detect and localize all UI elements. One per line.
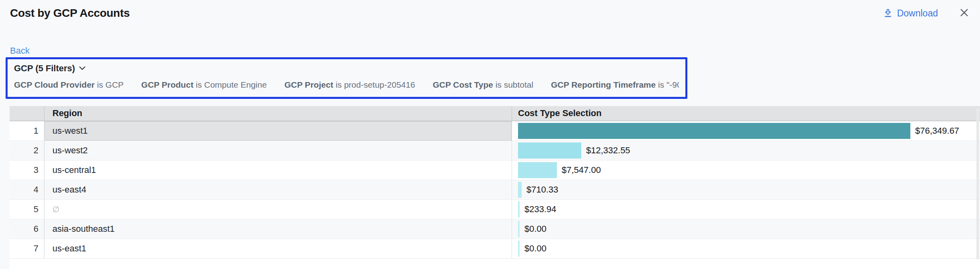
cost-type-selection-column-header: Cost Type Selection <box>512 106 980 120</box>
row-index: 7 <box>10 239 44 258</box>
cost-bar[interactable] <box>518 143 581 159</box>
cost-cell: $710.33 <box>512 180 980 199</box>
cost-cell: $233.94 <box>512 200 980 219</box>
cost-value: $710.33 <box>526 185 558 195</box>
region-cell[interactable]: us-east1 <box>44 239 512 258</box>
top-bar: Cost by GCP Accounts Download <box>0 0 980 22</box>
row-index: 3 <box>10 161 44 180</box>
filter-summary-toggle[interactable]: GCP (5 Filters) <box>14 63 86 74</box>
filter-chip[interactable]: GCP Cost Type is subtotal <box>433 80 533 90</box>
cost-bar[interactable] <box>518 162 557 178</box>
filter-panel: GCP (5 Filters) GCP Cloud Provider is GC… <box>6 57 687 99</box>
download-label: Download <box>897 8 938 19</box>
page-title: Cost by GCP Accounts <box>10 7 130 20</box>
table-footer-space <box>10 259 980 269</box>
row-index: 1 <box>10 121 44 141</box>
cost-by-gcp-accounts-panel: Cost by GCP Accounts Download Back <box>0 0 980 269</box>
region-cell[interactable]: asia-southeast1 <box>44 219 512 239</box>
back-link[interactable]: Back <box>10 46 30 56</box>
table-row[interactable]: 1us-west1$76,349.67 <box>10 121 980 141</box>
cost-cell: $76,349.67 <box>512 121 980 141</box>
download-button[interactable]: Download <box>883 8 938 19</box>
cost-bar[interactable] <box>518 221 520 237</box>
filter-chip[interactable]: GCP Project is prod-setup-205416 <box>284 80 415 90</box>
region-cell[interactable]: ∅ <box>44 200 512 219</box>
region-cell[interactable]: us-west2 <box>44 141 512 160</box>
row-index: 4 <box>10 180 44 199</box>
region-cell[interactable]: us-central1 <box>44 161 512 180</box>
table-header: Region Cost Type Selection <box>10 106 980 121</box>
table-row[interactable]: 2us-west2$12,332.55 <box>10 141 980 161</box>
cost-table: Region Cost Type Selection 1us-west1$76,… <box>10 106 980 259</box>
region-column-header: Region <box>44 106 512 120</box>
table-body: 1us-west1$76,349.672us-west2$12,332.553u… <box>10 121 980 259</box>
filter-summary-label: GCP (5 Filters) <box>14 63 75 74</box>
filter-chip[interactable]: GCP Cloud Provider is GCP <box>14 80 124 90</box>
cost-value: $7,547.00 <box>562 165 601 175</box>
row-index: 2 <box>10 141 44 160</box>
table-row[interactable]: 5∅$233.94 <box>10 200 980 219</box>
download-icon <box>883 8 893 18</box>
cost-value: $0.00 <box>524 243 546 254</box>
cost-value: $76,349.67 <box>915 126 959 136</box>
cost-bar[interactable] <box>518 123 910 139</box>
row-index: 5 <box>10 200 44 219</box>
table-row[interactable]: 6asia-southeast1$0.00 <box>10 219 980 239</box>
cost-cell: $7,547.00 <box>512 161 980 180</box>
filter-chip[interactable]: GCP Product is Compute Engine <box>141 80 267 90</box>
vertical-scrollbar[interactable] <box>976 108 979 259</box>
cost-value: $12,332.55 <box>586 145 630 156</box>
cost-cell: $0.00 <box>512 239 980 258</box>
region-cell[interactable]: us-east4 <box>44 180 512 199</box>
cost-bar[interactable] <box>518 182 522 198</box>
cost-cell: $0.00 <box>512 219 980 239</box>
table-row[interactable]: 4us-east4$710.33 <box>10 180 980 200</box>
table-row[interactable]: 7us-east1$0.00 <box>10 239 980 259</box>
close-icon <box>959 7 970 20</box>
cost-cell: $12,332.55 <box>512 141 980 160</box>
cost-bar[interactable] <box>518 201 520 217</box>
row-index-column-header <box>10 106 44 120</box>
cost-bar[interactable] <box>518 241 520 257</box>
row-index: 6 <box>10 219 44 239</box>
close-button[interactable] <box>959 7 970 20</box>
chevron-down-icon <box>79 65 86 72</box>
table-row[interactable]: 3us-central1$7,547.00 <box>10 161 980 180</box>
cost-value: $233.94 <box>524 204 556 215</box>
cost-value: $0.00 <box>524 224 546 234</box>
region-cell[interactable]: us-west1 <box>44 121 512 141</box>
filter-chip[interactable]: GCP Reporting Timeframe is "-90" <box>551 80 679 90</box>
filter-list: GCP Cloud Provider is GCPGCP Product is … <box>14 80 679 90</box>
